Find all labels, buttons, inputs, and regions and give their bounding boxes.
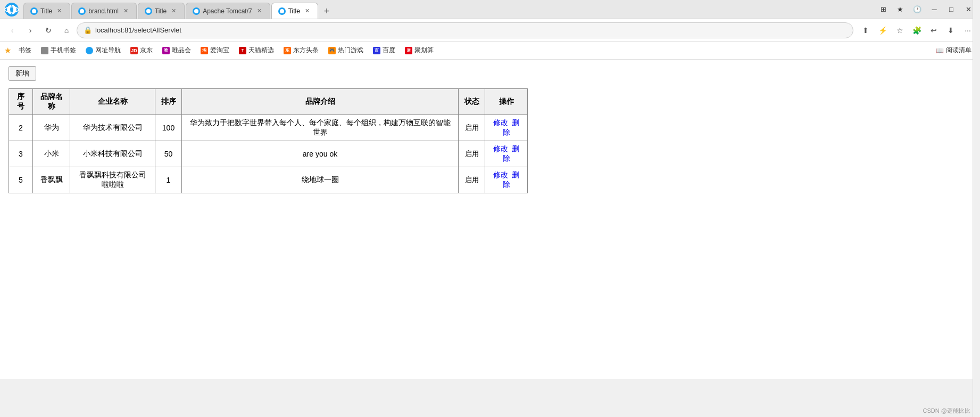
- tab-4-label: Apache Tomcat/7: [203, 7, 252, 15]
- tab-5[interactable]: Title ✕: [271, 3, 318, 19]
- tab-2-close[interactable]: ✕: [122, 7, 130, 15]
- header-seq: 序号: [9, 89, 33, 115]
- bookmark-vip-label: 唯品会: [172, 46, 191, 55]
- svg-point-6: [194, 9, 198, 13]
- tab-1-close[interactable]: ✕: [55, 7, 63, 15]
- browser-logo: [4, 2, 19, 17]
- edit-link[interactable]: 修改: [493, 170, 508, 179]
- table-row: 5 香飘飘 香飘飘科技有限公司啦啦啦 1 绕地球一圈 启用 修改 删除: [9, 167, 528, 193]
- window-controls: ⊞ ★ 🕐 ─ □ ✕: [876, 2, 976, 17]
- lightning-button[interactable]: ⚡: [875, 22, 891, 38]
- bookmark-nav-label: 网址导航: [95, 46, 121, 55]
- minimize-button[interactable]: ─: [927, 2, 942, 17]
- cell-intro: 华为致力于把数字世界带入每个人、每个家庭、每个组织，构建万物互联的智能世界: [182, 115, 459, 141]
- extensions-button[interactable]: 🧩: [909, 22, 925, 38]
- history-button[interactable]: 🕐: [910, 2, 925, 17]
- bookmark-jhs-icon: 聚: [405, 47, 412, 54]
- cell-intro: 绕地球一圈: [182, 167, 459, 193]
- collections-button[interactable]: ⊞: [876, 2, 891, 17]
- brands-table: 序号 品牌名称 企业名称 排序 品牌介绍 状态 操作 2 华为 华为技术有限公司…: [9, 88, 528, 193]
- address-text: localhost:81/selectAllServlet: [95, 26, 846, 34]
- share-button[interactable]: ⬆: [858, 22, 874, 38]
- bookmark-mobile-label: 手机书签: [51, 46, 76, 55]
- cell-seq: 2: [9, 115, 33, 141]
- bookmark-mobile-icon: [41, 47, 48, 54]
- cell-intro: are you ok: [182, 141, 459, 167]
- read-list-label: 阅读清单: [946, 46, 971, 55]
- tab-4[interactable]: Apache Tomcat/7 ✕: [186, 3, 270, 19]
- tab-2-label: brand.html: [88, 7, 119, 15]
- tab-2[interactable]: brand.html ✕: [71, 3, 137, 19]
- favorites-button[interactable]: ★: [893, 2, 908, 17]
- tab-3-icon: [145, 7, 152, 15]
- svg-point-7: [280, 9, 284, 13]
- bookmark-tmall-label: 天猫精选: [248, 46, 274, 55]
- scrollbar-track[interactable]: [973, 0, 980, 417]
- bookmark-nav[interactable]: 网址导航: [81, 45, 125, 56]
- table-header-row: 序号 品牌名称 企业名称 排序 品牌介绍 状态 操作: [9, 89, 528, 115]
- cell-company: 香飘飘科技有限公司啦啦啦: [70, 167, 155, 193]
- bookmark-jhs[interactable]: 聚 聚划算: [401, 45, 438, 56]
- header-intro: 品牌介绍: [182, 89, 459, 115]
- header-action: 操作: [485, 89, 528, 115]
- bookmark-taobao[interactable]: 淘 爱淘宝: [196, 45, 234, 56]
- bookmark-dftoutiao[interactable]: 东 东方头条: [279, 45, 323, 56]
- table-row: 3 小米 小米科技有限公司 50 are you ok 启用 修改 删除: [9, 141, 528, 167]
- star-button[interactable]: ☆: [892, 22, 908, 38]
- edit-link[interactable]: 修改: [493, 144, 508, 153]
- bookmark-mobile[interactable]: 手机书签: [37, 45, 80, 56]
- nav-bar: ‹ › ↻ ⌂ 🔒 localhost:81/selectAllServlet …: [0, 19, 980, 42]
- cell-seq: 3: [9, 141, 33, 167]
- bookmark-dftoutiao-label: 东方头条: [293, 46, 319, 55]
- tab-3-label: Title: [155, 7, 167, 15]
- lock-icon: 🔒: [84, 26, 92, 34]
- tab-4-icon: [193, 7, 200, 15]
- bookmark-games[interactable]: 🎮 热门游戏: [324, 45, 368, 56]
- home-button[interactable]: ⌂: [59, 22, 74, 38]
- cell-action: 修改 删除: [485, 115, 528, 141]
- tab-4-close[interactable]: ✕: [255, 7, 263, 15]
- tab-3[interactable]: Title ✕: [138, 3, 185, 19]
- cell-rank: 50: [155, 141, 182, 167]
- tab-3-close[interactable]: ✕: [170, 7, 178, 15]
- cell-rank: 100: [155, 115, 182, 141]
- cell-company: 华为技术有限公司: [70, 115, 155, 141]
- back-button[interactable]: ‹: [4, 22, 20, 38]
- cell-brand: 香飘飘: [33, 167, 70, 193]
- restore-button[interactable]: □: [944, 2, 959, 17]
- new-brand-button[interactable]: 新增: [9, 66, 36, 81]
- new-tab-button[interactable]: +: [319, 4, 334, 19]
- nav-right-buttons: ⬆ ⚡ ☆ 🧩 ↩ ⬇ ···: [858, 22, 976, 38]
- read-list-icon: 📖: [936, 47, 944, 54]
- cell-status: 启用: [459, 167, 485, 193]
- undo-button[interactable]: ↩: [926, 22, 942, 38]
- bookmarks-star-icon: ★: [4, 46, 11, 55]
- tab-1-icon: [30, 7, 38, 15]
- page-content: 新增 序号 品牌名称 企业名称 排序 品牌介绍 状态 操作 2 华为 华为技术有…: [0, 60, 980, 379]
- bookmark-vip-icon: 唯: [162, 47, 170, 54]
- bookmark-games-icon: 🎮: [328, 47, 336, 54]
- download-button[interactable]: ⬇: [943, 22, 959, 38]
- tab-1-label: Title: [40, 7, 52, 15]
- address-bar[interactable]: 🔒 localhost:81/selectAllServlet: [77, 22, 853, 38]
- read-list-button[interactable]: 📖 阅读清单: [932, 45, 976, 56]
- bookmark-baidu[interactable]: 百 百度: [369, 45, 400, 56]
- refresh-button[interactable]: ↻: [40, 22, 56, 38]
- edit-link[interactable]: 修改: [493, 118, 508, 127]
- forward-button[interactable]: ›: [22, 22, 38, 38]
- cell-status: 启用: [459, 115, 485, 141]
- bookmark-vip[interactable]: 唯 唯品会: [158, 45, 195, 56]
- bookmark-tmall[interactable]: T 天猫精选: [235, 45, 278, 56]
- watermark: CSDN @逻能比比: [923, 407, 970, 415]
- svg-point-5: [146, 9, 151, 13]
- header-brand: 品牌名称: [33, 89, 70, 115]
- cell-company: 小米科技有限公司: [70, 141, 155, 167]
- bookmark-jd[interactable]: JD 京东: [126, 45, 157, 56]
- tab-5-close[interactable]: ✕: [303, 7, 311, 15]
- cell-status: 启用: [459, 141, 485, 167]
- header-rank: 排序: [155, 89, 182, 115]
- bookmark-label: 书签: [14, 45, 36, 56]
- bookmark-taobao-icon: 淘: [201, 47, 208, 54]
- bookmark-jhs-label: 聚划算: [414, 46, 434, 55]
- tab-1[interactable]: Title ✕: [23, 3, 70, 19]
